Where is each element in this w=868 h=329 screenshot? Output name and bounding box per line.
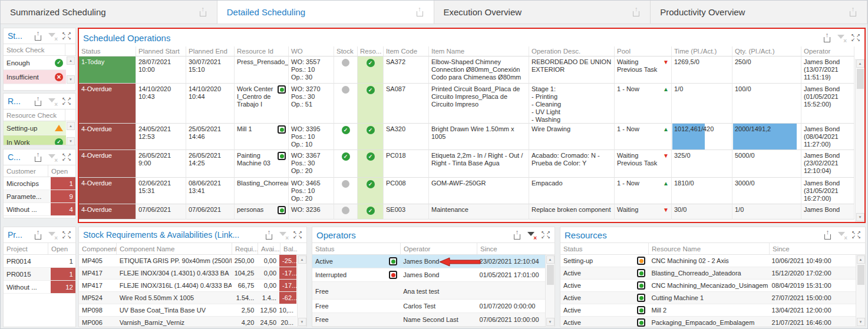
scroll-up-button[interactable] [298, 255, 306, 264]
expand-icon[interactable] [851, 34, 860, 42]
filter-clear-icon[interactable] [279, 231, 288, 240]
table-row[interactable]: 4-Overdue 14/10/2020 10:43 14/10/2020 10… [79, 84, 854, 124]
column-header[interactable]: Qty. (Pl./Act.) [732, 46, 801, 57]
expand-icon[interactable] [852, 231, 861, 240]
list-item[interactable]: In Work [4, 135, 66, 145]
list-item[interactable]: Setting-up [4, 121, 66, 135]
scroll-down-button[interactable] [298, 318, 306, 326]
filter-clear-icon[interactable] [837, 231, 846, 240]
scroll-up-button[interactable] [856, 59, 864, 68]
table-row[interactable]: Active Blasting_Chorreado_Jateadora 15/1… [560, 267, 856, 280]
scroll-down-button[interactable] [546, 318, 555, 326]
filter-clear-icon[interactable] [527, 231, 536, 240]
export-icon[interactable] [34, 153, 42, 162]
scroll-up-button[interactable] [67, 122, 75, 130]
list-item[interactable]: Insufficient [4, 70, 66, 84]
table-row[interactable]: PR0015 1 [4, 268, 75, 281]
scroll-up-button[interactable] [546, 255, 555, 264]
scrollbar-thumb[interactable] [857, 69, 864, 89]
scrollbar-thumb[interactable] [857, 265, 864, 285]
table-row[interactable]: MP417 FLEJE INOX/316L (1.4404) 0.4/333 B… [79, 280, 296, 292]
export-icon[interactable] [199, 8, 207, 16]
table-row[interactable]: Active CNC Machining_Mecanizado_Usinagem… [560, 280, 856, 292]
list-item[interactable]: Enough [4, 56, 66, 70]
table-row[interactable]: PR0014 1 [4, 255, 75, 268]
table-row[interactable]: MP006 Varnish_Barniz_Verniz 4,20 24,50 2… [79, 317, 296, 327]
table-row[interactable]: Active Packaging_Empacado_Embalagem 21/0… [560, 317, 856, 327]
column-header[interactable]: Pool [615, 46, 672, 57]
table-row[interactable]: Setting-up CNC Machining 02 - 2 Axis 10/… [560, 255, 856, 267]
vertical-scrollbar[interactable] [545, 255, 555, 327]
table-row[interactable]: Free Name Second Last 07/06/2021 10:00:0… [312, 313, 545, 327]
column-header[interactable]: Planned End [186, 46, 235, 57]
export-icon[interactable] [849, 8, 857, 16]
filter-clear-icon[interactable] [48, 97, 57, 106]
table-row[interactable]: Without ... 12 [4, 281, 75, 294]
expand-icon[interactable] [62, 231, 71, 240]
expand-icon[interactable] [541, 231, 550, 240]
table-row[interactable]: MP098 UV Base Coat_Tinta Base UV 2,50 12… [79, 304, 296, 317]
scroll-up-button[interactable] [857, 255, 865, 264]
table-row[interactable]: 4-Overdue 26/05/2021 9:00 26/05/2021 14:… [79, 150, 854, 178]
column-header[interactable]: Planned Start [136, 46, 186, 57]
column-header[interactable]: Reso... [358, 46, 384, 57]
vertical-scrollbar[interactable] [297, 255, 306, 327]
scroll-down-button[interactable] [67, 75, 75, 84]
export-icon[interactable] [34, 231, 42, 240]
export-icon[interactable] [823, 231, 832, 240]
table-row[interactable]: Without ... 4 [4, 203, 75, 216]
cell-resource-id: Press_Prensado_Prensa [235, 57, 289, 84]
column-header[interactable]: Operation Desc. [529, 46, 615, 57]
expand-icon[interactable] [62, 153, 71, 162]
scroll-down-button[interactable] [67, 137, 75, 145]
tab-summarized-scheduling[interactable]: Summarized Scheduling [1, 1, 217, 24]
column-header[interactable]: Status [79, 46, 136, 57]
table-row[interactable]: MP405 ETIQUETA GRIS PP. 90x40mm (2500/R)… [79, 255, 296, 267]
filter-clear-icon[interactable] [48, 32, 57, 41]
export-icon[interactable] [632, 8, 641, 16]
scroll-up-button[interactable] [67, 57, 75, 65]
export-icon[interactable] [265, 231, 273, 240]
table-row[interactable]: 4-Overdue 24/05/2021 12:53 25/05/2021 14… [79, 124, 854, 150]
tab-execution-overview[interactable]: Execution Overview [434, 1, 651, 24]
column-header[interactable]: Item Name [429, 46, 529, 57]
export-icon[interactable] [34, 32, 42, 41]
scroll-down-button[interactable] [856, 213, 864, 221]
column-header[interactable]: Item Code [384, 46, 429, 57]
scrollbar-thumb[interactable] [547, 265, 554, 285]
table-row[interactable]: Active Cutting Machine 1 27/07/2021 15:0… [560, 292, 856, 304]
export-icon[interactable] [34, 97, 42, 106]
column-header[interactable]: Operator [801, 46, 854, 57]
tab-detailed-scheduling[interactable]: Detailed Scheduling [217, 1, 434, 24]
table-row[interactable]: 4-Overdue 02/06/2021 15:31 08/06/2021 13… [79, 178, 854, 204]
export-icon[interactable] [415, 8, 424, 16]
table-row[interactable]: Interrupted James Bond 01/05/2021 17:01:… [312, 268, 545, 282]
table-row[interactable]: Microchips 1 [4, 177, 75, 190]
filter-clear-icon[interactable] [837, 34, 846, 42]
expand-icon[interactable] [62, 97, 71, 106]
expand-icon[interactable] [62, 32, 71, 41]
export-icon[interactable] [513, 231, 522, 240]
table-row[interactable]: Free Ana test test [312, 282, 545, 300]
vertical-scrollbar[interactable] [856, 255, 865, 327]
column-header[interactable]: WO [289, 46, 334, 57]
table-row[interactable]: Active Mill 2 13/04/2021 12:00:00 [560, 304, 856, 317]
table-row[interactable]: 4-Overdue 07/06/2021 07/06/2021 personas… [79, 204, 854, 220]
scroll-down-button[interactable] [857, 318, 865, 326]
table-row[interactable]: MP417 FLEJE INOX/304 (1.4301) 0.4/333 BA… [79, 267, 296, 280]
table-row[interactable]: 1-Today 28/07/2021 10:00 30/07/2021 15:1… [79, 57, 854, 84]
expand-icon[interactable] [293, 231, 302, 240]
tab-productivity-overview[interactable]: Productivity Overview [651, 1, 867, 24]
table-row[interactable]: MP524 Wire Rod 5.50mm X 1005 1.54... 1.4… [79, 292, 296, 304]
column-header[interactable]: Time (Pl./Act.) [672, 46, 732, 57]
vertical-scrollbar[interactable] [855, 59, 864, 222]
column-header[interactable]: Resource Id [235, 46, 289, 57]
table-row[interactable]: Active James Bond 23/02/2021 12:10:04 [312, 255, 545, 268]
column-header[interactable]: Stock [334, 46, 358, 57]
export-icon[interactable] [823, 34, 831, 42]
table-row[interactable]: Paramete... 9 [4, 190, 75, 203]
table-row[interactable]: Free Carlos Test 01/07/2020 0:00:00 [312, 300, 545, 313]
filter-clear-icon[interactable] [48, 231, 57, 240]
project-name: PR0015 [6, 271, 48, 278]
filter-clear-icon[interactable] [48, 153, 57, 162]
